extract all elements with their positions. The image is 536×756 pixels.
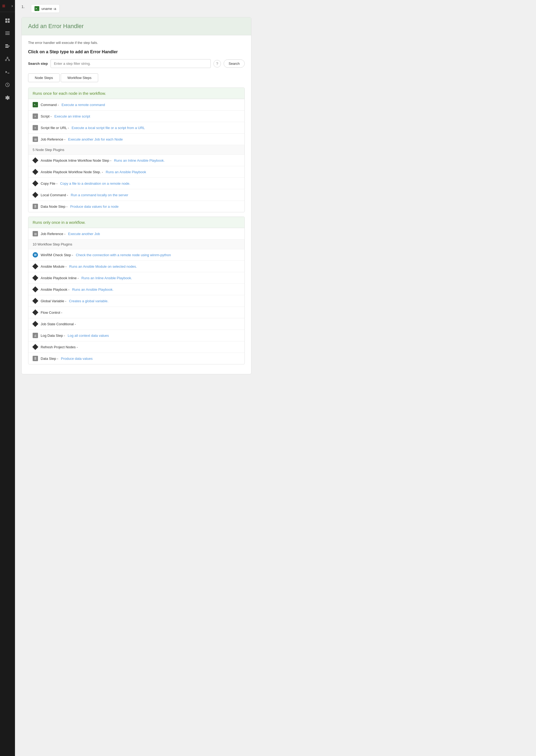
- tab-node-steps[interactable]: Node Steps: [28, 73, 60, 82]
- job-ref-workflow-icon: ▤: [33, 231, 38, 236]
- step-item-job-state-conditional-name: Job State Conditional -: [41, 322, 76, 326]
- tab-workflow-steps[interactable]: Workflow Steps: [61, 73, 98, 82]
- script-step-icon: ≡: [33, 114, 38, 119]
- step-item-data-step[interactable]: 🗄 Data Step - Produce data values: [28, 353, 245, 364]
- sidebar-item-terminal[interactable]: [0, 66, 15, 78]
- step-command[interactable]: >_ uname -a: [31, 4, 60, 13]
- step-item-job-ref-workflow-link[interactable]: Execute another Job: [68, 232, 100, 236]
- step-item-script-file[interactable]: ≡ Script file or URL - Execute a local s…: [28, 122, 245, 133]
- workflow-steps-section-header: Runs only once in a workflow.: [28, 217, 245, 228]
- step-item-ansible-module-link[interactable]: Runs an Ansible Module on selected nodes…: [69, 265, 137, 269]
- panel-body: The error handler will execute if the st…: [22, 35, 251, 374]
- step-item-ansible-module[interactable]: Ansible Module - Runs an Ansible Module …: [28, 261, 245, 272]
- step-item-winrm[interactable]: W WinRM Check Step - Check the connectio…: [28, 249, 245, 261]
- step-item-command-link[interactable]: Execute a remote command: [61, 103, 105, 107]
- global-variable-icon: [33, 298, 38, 304]
- ansible-playbook-icon: [33, 287, 38, 292]
- job-ref-node-step-icon: ▤: [33, 136, 38, 142]
- step-item-ansible-playbook-inline[interactable]: Ansible Playbook Inline - Runs an Inline…: [28, 272, 245, 284]
- svg-rect-8: [5, 46, 10, 46]
- step-item-global-variable[interactable]: Global Variable - Creates a global varia…: [28, 295, 245, 307]
- step-item-refresh-nodes[interactable]: Refresh Project Nodes -: [28, 341, 245, 353]
- step-item-ansible-playbook-node[interactable]: Ansible Playbook Workflow Node Step. - R…: [28, 166, 245, 178]
- svg-rect-5: [5, 33, 10, 33]
- ansible-playbook-node-icon: [33, 169, 38, 174]
- flow-control-icon: [33, 310, 38, 315]
- step-item-script[interactable]: ≡ Script - Execute an inline script: [28, 111, 245, 122]
- step-item-local-command-link[interactable]: Run a command locally on the server: [71, 193, 128, 197]
- step-item-ansible-playbook-link[interactable]: Runs an Ansible Playbook.: [72, 288, 114, 292]
- step-item-ansible-playbook-node-name: Ansible Playbook Workflow Node Step. -: [41, 170, 103, 174]
- ansible-module-icon: [33, 264, 38, 269]
- step-item-job-state-conditional[interactable]: Job State Conditional -: [28, 318, 245, 330]
- step-item-ansible-inline-node-link[interactable]: Runs an Inline Ansible Playbook.: [114, 159, 164, 162]
- step-item-ansible-playbook-node-link[interactable]: Runs an Ansible Playbook: [106, 170, 146, 174]
- data-step-icon: 🗄: [33, 356, 38, 361]
- svg-point-10: [7, 57, 8, 58]
- search-help-button[interactable]: ?: [214, 60, 221, 67]
- workflow-steps-section: Runs only once in a workflow. ▤ Job Refe…: [28, 217, 245, 364]
- step-number: 1.: [21, 4, 28, 9]
- sidebar: ≡ ›: [0, 0, 15, 756]
- panel-instruction: Click on a Step type to add an Error Han…: [28, 50, 245, 54]
- step-item-refresh-nodes-name: Refresh Project Nodes -: [41, 345, 78, 349]
- sidebar-item-projects[interactable]: [0, 14, 15, 27]
- step-item-copy-file[interactable]: Copy File - Copy a file to a destination…: [28, 178, 245, 189]
- step-item-log-data[interactable]: 🖨 Log Data Step - Log all context data v…: [28, 330, 245, 341]
- script-file-step-icon: ≡: [33, 125, 38, 130]
- job-state-conditional-icon: [33, 321, 38, 327]
- step-item-global-variable-name: Global Variable -: [41, 299, 66, 303]
- svg-rect-3: [8, 21, 10, 23]
- step-item-command[interactable]: >_ Command - Execute a remote command: [28, 99, 245, 111]
- step-item-data-node-link[interactable]: Produce data values for a node: [70, 204, 118, 208]
- sidebar-item-history[interactable]: [0, 78, 15, 91]
- step-item-copy-file-link[interactable]: Copy a file to a destination on a remote…: [60, 182, 130, 186]
- step-item-ansible-module-name: Ansible Module -: [41, 265, 67, 269]
- winrm-icon: W: [33, 252, 38, 258]
- panel-header: Add an Error Handler: [22, 18, 251, 35]
- tab-row: Node Steps Workflow Steps: [28, 73, 245, 82]
- search-button[interactable]: Search: [223, 59, 245, 68]
- sidebar-item-jobs[interactable]: [0, 27, 15, 40]
- step-item-winrm-link[interactable]: Check the connection with a remote node …: [76, 253, 171, 257]
- search-label: Search step: [28, 61, 48, 66]
- panel-description: The error handler will execute if the st…: [28, 41, 245, 45]
- step-item-data-step-link[interactable]: Produce data values: [61, 357, 93, 361]
- ansible-playbook-inline-icon: [33, 275, 38, 280]
- step-item-log-data-link[interactable]: Log all context data values: [68, 334, 109, 338]
- sidebar-toggle-icon[interactable]: ›: [12, 4, 13, 8]
- step-item-ansible-inline-node-name: Ansible Playbook Inline Workflow Node St…: [41, 159, 111, 162]
- step-item-job-ref-node-link[interactable]: Execute another Job for each Node: [68, 137, 123, 141]
- search-row: Search step ? Search: [28, 59, 245, 68]
- sidebar-item-settings[interactable]: [0, 91, 15, 104]
- step-item-global-variable-link[interactable]: Creates a global variable.: [69, 299, 108, 303]
- step-item-flow-control[interactable]: Flow Control -: [28, 307, 245, 318]
- local-command-icon: [33, 192, 38, 198]
- step-item-local-command[interactable]: Local Command - Run a command locally on…: [28, 189, 245, 201]
- step-item-ansible-inline-node[interactable]: Ansible Playbook Inline Workflow Node St…: [28, 155, 245, 166]
- step-item-data-step-name: Data Step -: [41, 357, 58, 361]
- step-item-job-ref-node[interactable]: ▤ Job Reference - Execute another Job fo…: [28, 133, 245, 145]
- sidebar-item-nodes[interactable]: [0, 53, 15, 66]
- svg-line-14: [8, 58, 9, 60]
- step-item-ansible-playbook-inline-name: Ansible Playbook Inline -: [41, 276, 79, 280]
- step-item-data-node[interactable]: 🗄 Data Node Step - Produce data values f…: [28, 201, 245, 212]
- step-item-ansible-playbook-inline-link[interactable]: Runs an Inline Ansible Playbook.: [81, 276, 132, 280]
- ansible-inline-node-icon: [33, 158, 38, 163]
- search-input[interactable]: [50, 59, 211, 68]
- sidebar-item-workflow[interactable]: [0, 40, 15, 53]
- step-item-ansible-playbook-name: Ansible Playbook -: [41, 288, 70, 292]
- step-item-log-data-name: Log Data Step -: [41, 334, 65, 338]
- panel-title: Add an Error Handler: [28, 23, 245, 30]
- step-item-script-file-link[interactable]: Execute a local script file or a script …: [72, 126, 145, 130]
- node-steps-section: Runs once for each node in the workflow.…: [28, 88, 245, 212]
- data-node-icon: 🗄: [33, 204, 38, 209]
- svg-rect-4: [5, 32, 10, 32]
- main-content: 1. >_ uname -a Add an Error Handler The …: [15, 0, 536, 756]
- step-item-job-ref-workflow[interactable]: ▤ Job Reference - Execute another Job: [28, 228, 245, 239]
- svg-point-12: [9, 60, 10, 61]
- svg-rect-9: [5, 47, 9, 48]
- step-item-ansible-playbook[interactable]: Ansible Playbook - Runs an Ansible Playb…: [28, 284, 245, 295]
- step-item-script-link[interactable]: Execute an inline script: [54, 114, 90, 118]
- svg-rect-0: [5, 18, 7, 20]
